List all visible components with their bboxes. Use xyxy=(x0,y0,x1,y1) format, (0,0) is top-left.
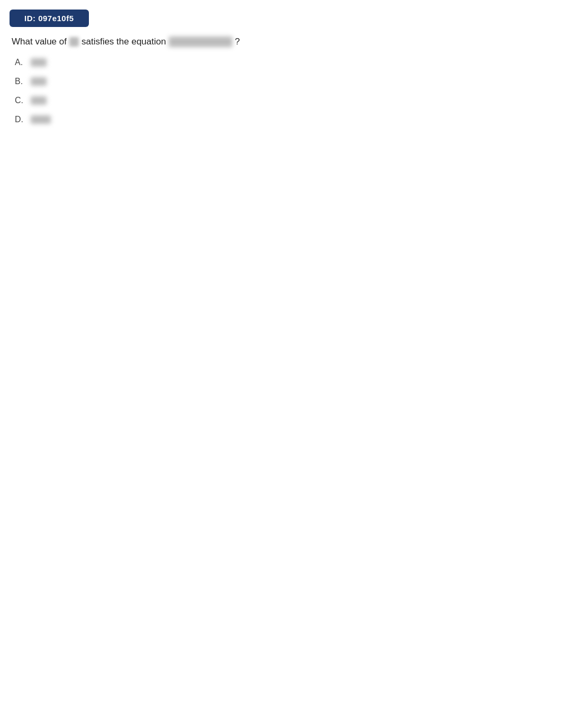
option-c-value xyxy=(31,96,47,105)
option-c-row[interactable]: C. xyxy=(15,96,562,105)
question-row: What value of satisfies the equation ? xyxy=(12,37,562,47)
option-b-value xyxy=(31,77,47,86)
variable-blurred xyxy=(69,37,79,47)
equation-blurred xyxy=(169,37,232,47)
id-badge: ID: 097e10f5 xyxy=(10,10,89,27)
option-d-row[interactable]: D. xyxy=(15,115,562,124)
option-a-value xyxy=(31,58,47,67)
question-part2: satisfies the equation xyxy=(81,37,166,47)
option-d-value xyxy=(31,115,51,124)
option-c-label: C. xyxy=(15,96,26,105)
option-b-row[interactable]: B. xyxy=(15,77,562,86)
question-part1: What value of xyxy=(12,37,67,47)
option-d-label: D. xyxy=(15,115,26,124)
question-mark: ? xyxy=(235,37,240,47)
options-container: A. B. C. D. xyxy=(15,58,562,124)
option-b-label: B. xyxy=(15,77,26,86)
option-a-label: A. xyxy=(15,58,26,67)
option-a-row[interactable]: A. xyxy=(15,58,562,67)
